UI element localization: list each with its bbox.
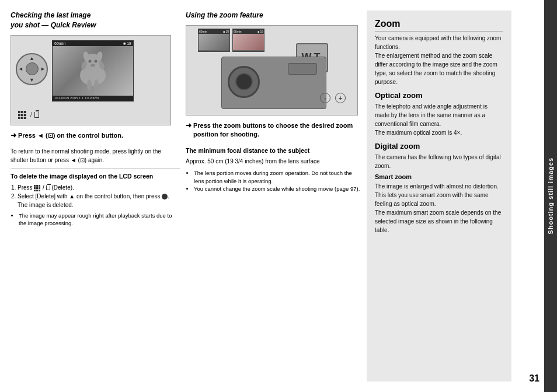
svg-point-7 — [94, 79, 99, 91]
svg-point-10 — [90, 64, 95, 66]
camera-image-box: ▲ ▼ ◄ ► 60min ■ 18 Review — [11, 35, 171, 125]
thumbnail-2-image — [233, 34, 264, 50]
camera-screen-image — [53, 46, 133, 96]
zoom-text: Your camera is equipped with the followi… — [375, 34, 503, 86]
camera-screen: 60min ■ 18 Review — [52, 40, 134, 102]
sidebar-tab-text: Shooting still images — [547, 158, 554, 235]
left-bullet-list: The image may appear rough right after p… — [19, 212, 180, 228]
smart-zoom-subhead: Smart zoom — [375, 173, 503, 180]
arrow-right-icon: ► — [40, 66, 46, 72]
left-section-title: Checking the last image you shot — Quick… — [11, 10, 180, 30]
circle-button-icon — [162, 194, 168, 200]
camera-mode-icon: ■ 18 — [123, 41, 131, 46]
thumbnail-1-header: 60min ■ 18 — [199, 29, 229, 34]
zoom-in-icon: + — [335, 93, 346, 103]
press-instruction-text: Press ◄ (⊡) on the control button. — [18, 131, 123, 140]
press-instruction: ➜ Press ◄ (⊡) on the control button. — [11, 131, 180, 144]
divider-1 — [11, 168, 180, 169]
zoom-title: Zoom — [375, 19, 503, 32]
thumbnail-1: 60min ■ 18 — [198, 29, 230, 52]
control-wheel-outer: ▲ ▼ ◄ ► — [16, 53, 48, 85]
smart-zoom-text: The image is enlarged with almost no dis… — [375, 182, 503, 235]
middle-section-title: Using the zoom feature — [186, 10, 361, 20]
lens-inner — [235, 73, 253, 90]
zoom-instruction: ➜ Press the zoom buttons to choose the d… — [186, 121, 361, 143]
thumbnail-2-header: 60min ■ 18 — [233, 29, 264, 34]
middle-bullet-list: The lens portion moves during zoom opera… — [194, 169, 361, 192]
svg-point-8 — [89, 60, 92, 62]
middle-column: Using the zoom feature 60min ■ 18 60min — [186, 10, 367, 382]
camera-return: ◄ RETURN — [53, 100, 133, 102]
camera-info: 101-0029 2005 1 1 10:30PM — [54, 96, 99, 100]
thumbnail-1-image — [199, 34, 229, 50]
zoom-camera-box: 60min ■ 18 60min ■ 18 — [186, 25, 358, 116]
arrow-left-icon: ◄ — [18, 66, 23, 72]
grid-menu-icon — [18, 111, 27, 119]
grid-icon — [18, 111, 26, 119]
min-focal-text: Approx. 50 cm (19 3/4 inches) from the l… — [186, 157, 361, 166]
camera-screen-footer: 101-0029 2005 1 1 10:30PM — [53, 96, 133, 100]
normal-mode-text: To return to the normal shooting mode, p… — [11, 147, 180, 164]
delete-step-1: Press / (Delete). — [18, 183, 180, 192]
arrow-up-icon: ▲ — [29, 55, 34, 61]
trash-icon-small — [46, 186, 50, 190]
grid-icon-small — [34, 185, 40, 191]
digital-zoom-title: Digital zoom — [375, 142, 503, 150]
thumbnail-2: 60min ■ 18 — [232, 29, 264, 52]
zoom-arrow-bullet-icon: ➜ — [186, 121, 192, 130]
svg-point-6 — [87, 79, 92, 91]
optical-zoom-title: Optical zoom — [375, 91, 503, 100]
main-content: Checking the last image you shot — Quick… — [0, 0, 557, 392]
camera-screen-header: 60min ■ 18 — [53, 41, 133, 46]
middle-bullet-1: The lens portion moves during zoom opera… — [194, 169, 361, 185]
arrow-down-icon: ▼ — [29, 77, 34, 83]
arrow-bullet-icon: ➜ — [11, 131, 16, 139]
zoom-camera-body — [221, 57, 326, 109]
zoom-instruction-text: Press the zoom buttons to choose the des… — [193, 121, 361, 139]
control-wheel-inner — [26, 62, 39, 75]
page-number: 31 — [529, 373, 539, 384]
digital-zoom-text: The camera has the following two types o… — [375, 153, 503, 170]
delete-steps-list: Press / (Delete). Select [Delete] with ▲… — [18, 183, 180, 209]
trash-icon — [34, 112, 39, 118]
zoom-out-icon: - — [320, 93, 330, 103]
right-column: Zoom Your camera is equipped with the fo… — [367, 10, 511, 382]
zoom-button-bar — [288, 63, 317, 75]
page-container: Checking the last image you shot — Quick… — [0, 0, 557, 392]
delete-icon-area: / — [18, 111, 39, 119]
left-column: Checking the last image you shot — Quick… — [11, 10, 186, 382]
svg-point-9 — [95, 60, 98, 62]
optical-zoom-text: The telephoto and wide angle adjustment … — [375, 102, 503, 137]
middle-bullet-2: You cannot change the zoom scale while s… — [194, 185, 361, 192]
camera-time-display: 60min — [54, 41, 65, 46]
left-bullet-1: The image may appear rough right after p… — [19, 212, 180, 228]
thumbnail-row: 60min ■ 18 60min ■ 18 — [198, 29, 264, 52]
delete-subhead: To delete the image displayed on the LCD… — [11, 172, 180, 181]
dog-silhouette-icon — [72, 49, 113, 93]
min-focal-subhead: The minimum focal distance to the subjec… — [186, 146, 361, 155]
slash-divider: / — [30, 111, 32, 118]
control-wheel: ▲ ▼ ◄ ► — [16, 53, 48, 85]
sidebar-tab: Shooting still images — [544, 0, 557, 392]
zoom-icons: - + — [320, 93, 346, 103]
delete-step-2: Select [Delete] with ▲ on the control bu… — [18, 192, 180, 209]
lens-circle — [228, 66, 260, 98]
